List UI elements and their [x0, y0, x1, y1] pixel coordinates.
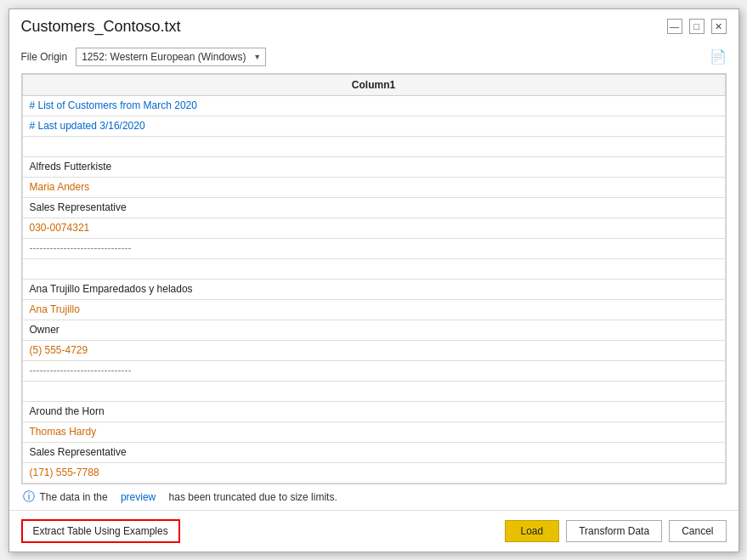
- close-button[interactable]: ✕: [711, 19, 727, 34]
- preview-link[interactable]: preview: [121, 491, 156, 503]
- extract-table-button[interactable]: Extract Table Using Examples: [21, 519, 180, 543]
- minimize-button[interactable]: —: [667, 19, 682, 34]
- table-row: Owner: [22, 320, 725, 340]
- data-table: Column1 # List of Customers from March 2…: [22, 74, 726, 484]
- file-origin-section: File Origin 1252: Western European (Wind…: [21, 41, 727, 73]
- table-row: [22, 258, 725, 279]
- table-cell: 030-0074321: [22, 218, 725, 238]
- info-icon: ⓘ: [23, 489, 35, 505]
- table-container: Column1 # List of Customers from March 2…: [21, 73, 727, 484]
- table-cell: Thomas Hardy: [22, 421, 725, 442]
- table-cell: # Last updated 3/16/2020: [22, 116, 725, 136]
- table-cell: Owner: [22, 320, 725, 340]
- file-origin-select[interactable]: 1252: Western European (Windows) UTF-8 U…: [76, 48, 266, 66]
- dialog-title: Customers_Contoso.txt: [21, 18, 181, 36]
- info-text-before: The data in the: [40, 491, 108, 503]
- load-button[interactable]: Load: [505, 520, 560, 542]
- table-cell: (171) 555-7788: [22, 462, 725, 483]
- cancel-button[interactable]: Cancel: [669, 520, 726, 542]
- table-row: Alfreds Futterkiste: [22, 156, 725, 177]
- table-scroll-area[interactable]: Column1 # List of Customers from March 2…: [22, 74, 726, 484]
- table-row: Ana Trujillo: [22, 299, 725, 320]
- table-row: Sales Representative: [22, 197, 725, 218]
- table-cell: [22, 258, 725, 279]
- transform-data-button[interactable]: Transform Data: [566, 520, 662, 542]
- main-dialog: Customers_Contoso.txt — □ ✕ File Origin …: [8, 8, 739, 552]
- info-text-after: has been truncated due to size limits.: [169, 491, 337, 503]
- table-row: ------------------------------: [22, 238, 725, 258]
- file-icon: 📄: [710, 48, 727, 65]
- table-cell: Sales Representative: [22, 197, 725, 218]
- table-cell: Maria Anders: [22, 177, 725, 197]
- table-row: (171) 555-7788: [22, 462, 725, 483]
- table-cell: # List of Customers from March 2020: [22, 95, 725, 116]
- info-bar: ⓘ The data in the preview has been trunc…: [21, 484, 727, 510]
- table-row: 030-0074321: [22, 218, 725, 238]
- table-row: [22, 136, 725, 156]
- table-row: # List of Customers from March 2020: [22, 95, 725, 116]
- content-area: File Origin 1252: Western European (Wind…: [9, 41, 739, 510]
- table-cell: [22, 381, 725, 401]
- table-row: # Last updated 3/16/2020: [22, 116, 725, 136]
- table-row: Around the Horn: [22, 401, 725, 421]
- column-header: Column1: [22, 74, 725, 95]
- table-cell: Sales Representative: [22, 442, 725, 462]
- table-row: (5) 555-4729: [22, 340, 725, 360]
- table-cell: ------------------------------: [22, 483, 725, 484]
- table-cell: Ana Trujillo: [22, 299, 725, 320]
- file-origin-select-wrapper[interactable]: 1252: Western European (Windows) UTF-8 U…: [76, 48, 266, 66]
- table-cell: ------------------------------: [22, 360, 725, 381]
- table-cell: [22, 136, 725, 156]
- table-row: ------------------------------: [22, 360, 725, 381]
- table-row: Sales Representative: [22, 442, 725, 462]
- table-row: Maria Anders: [22, 177, 725, 197]
- table-cell: (5) 555-4729: [22, 340, 725, 360]
- table-row: ------------------------------: [22, 483, 725, 484]
- table-cell: ------------------------------: [22, 238, 725, 258]
- title-bar: Customers_Contoso.txt — □ ✕: [9, 9, 739, 41]
- table-cell: Ana Trujillo Emparedados y helados: [22, 279, 725, 299]
- file-origin-label: File Origin: [21, 51, 68, 63]
- bottom-bar: Extract Table Using Examples Load Transf…: [9, 510, 739, 552]
- window-controls: — □ ✕: [667, 19, 727, 34]
- table-cell: Around the Horn: [22, 401, 725, 421]
- table-cell: Alfreds Futterkiste: [22, 156, 725, 177]
- table-row: Thomas Hardy: [22, 421, 725, 442]
- table-row: Ana Trujillo Emparedados y helados: [22, 279, 725, 299]
- table-row: [22, 381, 725, 401]
- restore-button[interactable]: □: [689, 19, 705, 34]
